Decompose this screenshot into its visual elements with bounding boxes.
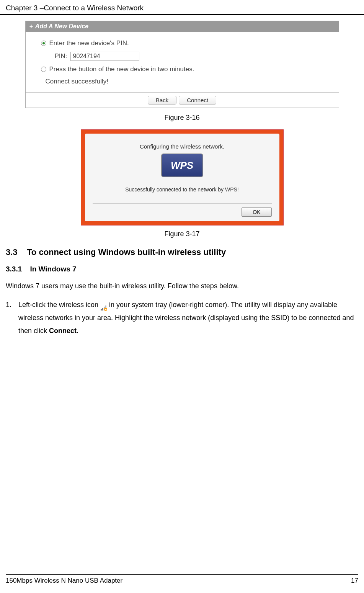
page-header: Chapter 3 –Connect to a Wireless Network [0,0,364,15]
pin-input[interactable]: 90247194 [70,52,139,61]
section-title: To connect using Windows built-in wirele… [27,247,226,257]
wireless-tray-icon: ★ [100,302,107,308]
radio-option-pin[interactable]: Enter the new device's PIN. [41,39,327,47]
svg-rect-0 [101,309,102,310]
step-text-end: . [77,327,78,335]
step-number: 1. [6,298,11,338]
plus-icon: + [29,23,33,30]
figure-caption-3-17: Figure 3-17 [6,230,358,238]
footer-product: 150Mbps Wireless N Nano USB Adapter [6,577,122,585]
section-heading: 3.3 To connect using Windows built-in wi… [6,247,358,257]
step-1: 1. Left-click the wireless icon ★ in you… [6,298,358,338]
chapter-title: Chapter 3 –Connect to a Wireless Network [6,4,144,12]
subsection-number: 3.3.1 [6,265,22,273]
ok-button[interactable]: OK [242,207,271,217]
pin-label: PIN: [55,52,67,60]
section-number: 3.3 [6,247,18,257]
connect-button[interactable]: Connect [179,96,216,105]
footer-page-number: 17 [351,577,358,585]
svg-rect-1 [102,308,103,310]
page-footer: 150Mbps Wireless N Nano USB Adapter 17 [6,574,358,585]
step-text-before: Left-click the wireless icon [18,301,100,309]
wps-success-text: Successfully connected to the network by… [93,186,272,193]
radio-option-button[interactable]: Press the button of the new device in tw… [41,65,327,73]
subsection-heading: 3.3.1 In Windows 7 [6,265,358,273]
intro-paragraph: Windows 7 users may use the built-in wir… [6,281,358,291]
connect-bold: Connect [49,327,77,335]
radio-selected-icon [41,41,46,46]
wps-dialog: Configuring the wireless network. WPS Su… [81,129,284,225]
wps-logo-icon: WPS [161,154,203,177]
radio-button-label: Press the button of the new device in tw… [49,65,194,73]
dialog-title-bar: + Add A New Device [26,21,339,32]
svg-text:★: ★ [104,308,107,311]
subsection-title: In Windows 7 [30,265,76,273]
add-device-dialog: + Add A New Device Enter the new device'… [25,21,339,108]
radio-pin-label: Enter the new device's PIN. [49,39,129,47]
dialog-title: Add A New Device [35,23,88,30]
figure-caption-3-16: Figure 3-16 [6,114,358,122]
wps-config-text: Configuring the wireless network. [93,143,272,150]
radio-unselected-icon [41,67,46,72]
connect-success-message: Connect successfully! [46,78,327,85]
back-button[interactable]: Back [148,96,176,105]
